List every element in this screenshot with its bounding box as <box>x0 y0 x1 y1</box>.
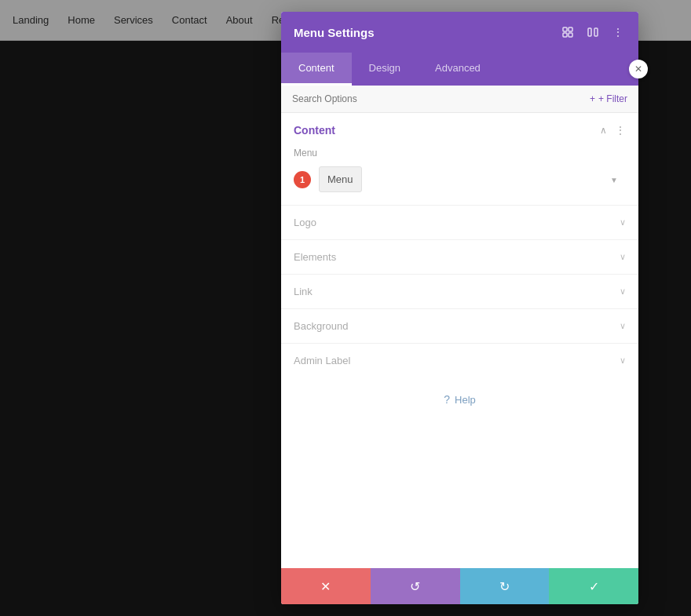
collapsible-elements: Elements ∨ <box>281 239 638 274</box>
menu-label: Menu <box>281 144 638 163</box>
content-section-title: Content <box>294 124 335 137</box>
search-bar: + + Filter <box>281 86 638 113</box>
svg-rect-4 <box>588 28 591 36</box>
more-icon[interactable]: ⋮ <box>610 24 626 40</box>
content-section-header: Content ∧ ⋮ <box>281 113 638 144</box>
chevron-admin-label-icon: ∨ <box>620 355 626 366</box>
menu-select-wrapper: Menu ▼ <box>319 166 626 192</box>
cancel-icon: ✕ <box>320 579 331 594</box>
filter-button[interactable]: + + Filter <box>590 93 627 104</box>
save-button[interactable]: ✓ <box>549 568 638 604</box>
chevron-logo-icon: ∨ <box>620 217 626 228</box>
section-more-icon[interactable]: ⋮ <box>615 124 626 137</box>
modal-footer: ✕ ↺ ↻ ✓ <box>281 568 638 604</box>
chevron-background-icon: ∨ <box>620 321 626 331</box>
collapsible-logo-label: Logo <box>294 217 316 228</box>
collapsible-logo: Logo ∨ <box>281 205 638 239</box>
modal-header: Menu Settings ⋮ <box>281 12 638 53</box>
collapse-icon[interactable]: ∧ <box>600 125 607 136</box>
collapsible-admin-label-label: Admin Label <box>294 355 350 366</box>
filter-icon: + <box>590 93 595 104</box>
select-arrow-icon: ▼ <box>610 175 618 184</box>
tab-design[interactable]: Design <box>352 53 418 86</box>
collapsible-logo-header[interactable]: Logo ∨ <box>281 206 638 239</box>
header-icons: ⋮ <box>560 24 626 40</box>
svg-rect-2 <box>563 33 567 37</box>
collapsible-background-label: Background <box>294 320 348 332</box>
menu-select[interactable]: Menu <box>319 166 362 192</box>
save-icon: ✓ <box>589 579 599 594</box>
chevron-link-icon: ∨ <box>620 286 626 297</box>
cancel-button[interactable]: ✕ <box>281 568 371 604</box>
svg-rect-3 <box>569 33 572 37</box>
collapsible-admin-label-header[interactable]: Admin Label ∨ <box>281 344 638 377</box>
collapsible-elements-label: Elements <box>294 251 336 263</box>
svg-rect-5 <box>594 28 598 36</box>
reset-button[interactable]: ↺ <box>371 568 460 604</box>
menu-select-row: 1 Menu ▼ <box>281 163 638 205</box>
reset-icon: ↺ <box>410 579 420 594</box>
collapsible-link-header[interactable]: Link ∨ <box>281 275 638 308</box>
collapsible-background: Background ∨ <box>281 308 638 343</box>
collapsible-link-label: Link <box>294 286 313 297</box>
help-text[interactable]: Help <box>455 394 476 406</box>
tab-advanced[interactable]: Advanced <box>418 53 498 86</box>
collapsible-elements-header[interactable]: Elements ∨ <box>281 240 638 274</box>
step-badge: 1 <box>294 171 311 188</box>
modal-body: Content ∧ ⋮ Menu 1 Menu ▼ Logo ∨ <box>281 113 638 568</box>
search-input[interactable] <box>292 93 449 104</box>
screenshot-icon[interactable] <box>560 24 576 40</box>
svg-rect-1 <box>569 27 572 31</box>
columns-icon[interactable] <box>585 24 601 40</box>
redo-icon: ↻ <box>499 579 510 594</box>
tabs-bar: Content Design Advanced ✕ <box>281 53 638 86</box>
section-header-icons: ∧ ⋮ <box>600 124 626 137</box>
help-icon[interactable]: ? <box>444 393 450 406</box>
close-button[interactable]: ✕ <box>629 60 648 78</box>
tab-content[interactable]: Content <box>281 53 352 86</box>
redo-button[interactable]: ↻ <box>460 568 550 604</box>
chevron-elements-icon: ∨ <box>620 252 626 262</box>
collapsible-admin-label: Admin Label ∨ <box>281 343 638 377</box>
svg-rect-0 <box>563 27 567 31</box>
collapsible-background-header[interactable]: Background ∨ <box>281 309 638 343</box>
filter-label: + Filter <box>598 93 627 104</box>
modal-title: Menu Settings <box>294 26 375 39</box>
menu-settings-modal: Menu Settings ⋮ Content Design A <box>281 12 638 604</box>
help-row: ? Help <box>281 377 638 421</box>
collapsible-link: Link ∨ <box>281 274 638 308</box>
